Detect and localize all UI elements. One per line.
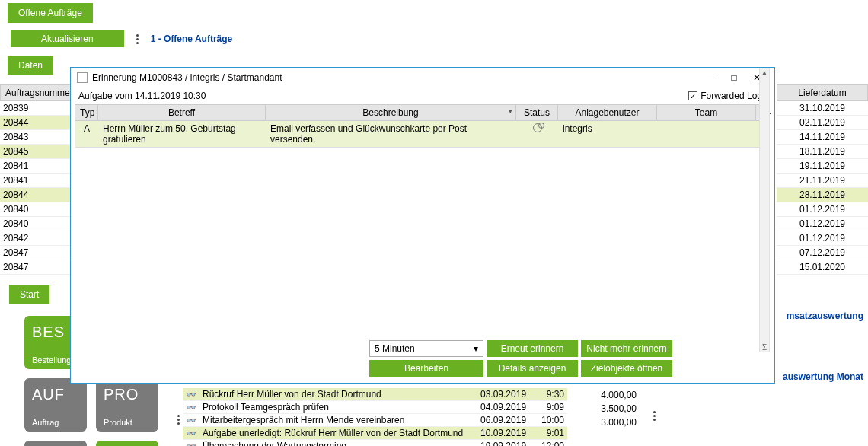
edit-button[interactable]: Bearbeiten bbox=[369, 360, 483, 377]
dialog-icon bbox=[77, 72, 88, 83]
delivery-date-cell[interactable]: 21.11.2019 bbox=[777, 174, 868, 188]
chevron-down-icon: ▾ bbox=[474, 343, 478, 354]
value-cell: 4.000,00 bbox=[586, 388, 640, 402]
tile-auf[interactable]: AUFAuftrag bbox=[24, 378, 87, 432]
forwarded-logs-label: Forwarded Logs bbox=[700, 91, 767, 101]
link-auswertung-monat[interactable]: auswertung Monat bbox=[783, 371, 863, 382]
remind-again-button[interactable]: Erneut erinnern bbox=[487, 340, 578, 357]
delivery-date-cell[interactable]: 01.12.2019 bbox=[777, 231, 868, 246]
tile-war[interactable]: WAR bbox=[96, 441, 158, 446]
tile-pro[interactable]: PROProdukt bbox=[96, 378, 158, 432]
details-button[interactable]: Details anzeigen bbox=[487, 360, 578, 377]
cell-status bbox=[516, 121, 558, 147]
value-cell: 3.500,00 bbox=[586, 402, 640, 416]
col-header-beschreibung[interactable]: Beschreibung▾ bbox=[266, 105, 516, 120]
scrollbar[interactable]: ▲Σ bbox=[759, 68, 770, 352]
menu-dots-icon[interactable] bbox=[649, 411, 660, 421]
col-header-typ[interactable]: Typ bbox=[75, 105, 98, 120]
maximize-button[interactable]: □ bbox=[723, 71, 745, 84]
tile-rec[interactable]: REC bbox=[24, 441, 87, 446]
refresh-button[interactable]: Aktualisieren bbox=[11, 30, 124, 47]
forwarded-logs-checkbox[interactable]: ✓ bbox=[688, 91, 697, 100]
task-row[interactable]: 👓Überwachung der Wartungstermine19.09.20… bbox=[183, 440, 567, 446]
glasses-icon: 👓 bbox=[183, 428, 199, 438]
open-orders-link[interactable]: 1 - Offene Aufträge bbox=[151, 33, 233, 44]
col-header-betreff[interactable]: Betreff bbox=[98, 105, 266, 120]
sort-indicator-icon: ▾ bbox=[509, 107, 512, 115]
no-more-remind-button[interactable]: Nicht mehr erinnern bbox=[581, 340, 672, 357]
glasses-icon: 👓 bbox=[183, 390, 199, 400]
menu-dots-icon[interactable] bbox=[173, 415, 184, 425]
delivery-date-cell[interactable]: 14.11.2019 bbox=[777, 130, 868, 145]
col-header-status[interactable]: Status bbox=[516, 105, 558, 120]
snooze-dropdown[interactable]: 5 Minuten▾ bbox=[369, 340, 483, 357]
glasses-icon: 👓 bbox=[183, 403, 199, 413]
glasses-icon: 👓 bbox=[183, 441, 199, 447]
cell-user: integris bbox=[558, 121, 657, 147]
dialog-subtitle: Aufgabe vom 14.11.2019 10:30 bbox=[78, 91, 206, 101]
tab-open-orders[interactable]: Offene Aufträge bbox=[8, 3, 93, 23]
tab-daten[interactable]: Daten bbox=[8, 56, 53, 75]
cell-betreff: Herrn Müller zum 50. Geburtstag gratulie… bbox=[98, 121, 266, 147]
delivery-date-cell[interactable]: 02.11.2019 bbox=[777, 116, 868, 130]
reminder-dialog: Erinnerung M1000843 / integris / Startma… bbox=[70, 67, 775, 384]
reminder-row[interactable]: A Herrn Müller zum 50. Geburtstag gratul… bbox=[75, 121, 770, 148]
col-header-delivery-date[interactable]: Lieferdatum bbox=[777, 84, 868, 101]
task-row[interactable]: 👓Rückruf Herr Müller von der Stadt Dortm… bbox=[183, 388, 567, 401]
task-row[interactable]: 👓Aufgabe unerledigt: Rückruf Herr Müller… bbox=[183, 427, 567, 440]
minimize-button[interactable]: — bbox=[700, 71, 723, 84]
value-cell: 3.000,00 bbox=[586, 416, 640, 429]
delivery-date-cell[interactable]: 31.10.2019 bbox=[777, 101, 868, 116]
delivery-date-cell[interactable]: 18.11.2019 bbox=[777, 145, 868, 159]
cell-typ: A bbox=[75, 121, 98, 147]
cell-beschreibung: Email verfassen und Glückwunschkarte per… bbox=[266, 121, 516, 147]
dialog-title: Erinnerung M1000843 / integris / Startma… bbox=[92, 72, 282, 83]
col-header-anlagebenutzer[interactable]: Anlagebenutzer bbox=[558, 105, 657, 120]
glasses-icon: 👓 bbox=[183, 416, 199, 425]
task-row[interactable]: 👓Mitarbeitergespräch mit Herrn Mende ver… bbox=[183, 414, 567, 427]
value-column: 4.000,003.500,003.000,00 bbox=[586, 388, 640, 429]
delivery-date-cell[interactable]: 15.01.2020 bbox=[777, 260, 868, 275]
tab-start[interactable]: Start bbox=[9, 285, 49, 304]
task-row[interactable]: 👓Protokoll Teamgespräch prüfen04.09.2019… bbox=[183, 401, 567, 414]
menu-dots-icon[interactable] bbox=[132, 34, 143, 44]
delivery-date-cell[interactable]: 07.12.2019 bbox=[777, 246, 868, 260]
col-header-team[interactable]: Team bbox=[657, 105, 756, 120]
delivery-date-cell[interactable]: 01.12.2019 bbox=[777, 217, 868, 231]
task-list: 👓Rückruf Herr Müller von der Stadt Dortm… bbox=[183, 388, 567, 446]
open-targets-button[interactable]: Zielobjekte öffnen bbox=[581, 360, 672, 377]
status-icon bbox=[533, 123, 542, 132]
link-umsatzauswertung[interactable]: msatzauswertung bbox=[787, 311, 863, 321]
delivery-date-cell[interactable]: 28.11.2019 bbox=[777, 188, 868, 202]
delivery-date-column: Lieferdatum 31.10.201902.11.201914.11.20… bbox=[777, 84, 868, 275]
delivery-date-cell[interactable]: 19.11.2019 bbox=[777, 159, 868, 174]
cell-team bbox=[657, 121, 756, 147]
delivery-date-cell[interactable]: 01.12.2019 bbox=[777, 202, 868, 217]
